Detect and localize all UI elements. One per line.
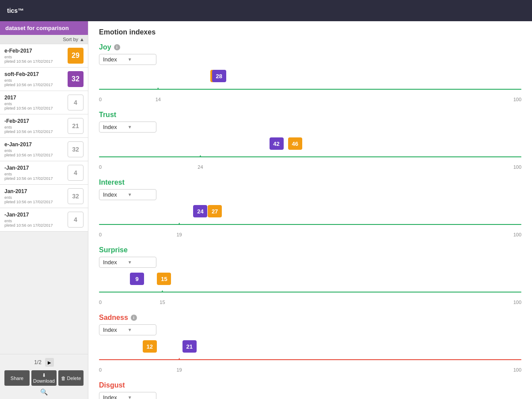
sidebar-item-name: soft-Feb-2017: [4, 71, 68, 77]
index-dropdown[interactable]: Index ▼: [99, 257, 156, 268]
pagination-next[interactable]: ▶: [45, 358, 54, 367]
sidebar-item[interactable]: -Jan-2017 entspleted 10:56 on 17/02/2017…: [0, 208, 88, 232]
sidebar-item-info: 2017 entspleted 10:56 on 17/02/2017: [4, 95, 68, 110]
index-dropdown[interactable]: Index ▼: [99, 392, 156, 399]
sidebar-item[interactable]: Jan-2017 entspleted 10:56 on 17/02/2017 …: [0, 185, 88, 208]
emotion-sadness: Sadness i Index ▼ 12 21 ▲ 0 19 1: [99, 314, 521, 372]
scale-labels: 0 14 100: [99, 97, 521, 102]
badges-row: 24 27: [99, 204, 521, 219]
dropdown-label: Index: [103, 259, 117, 266]
index-dropdown[interactable]: Index ▼: [99, 189, 156, 200]
scale-marker: ▲: [160, 289, 164, 293]
emotion-name: Surprise: [99, 246, 128, 254]
emotion-name: Joy: [99, 43, 111, 51]
chart-area: 42 46 ▲ 0 24 100: [99, 136, 521, 170]
sidebar-item[interactable]: 2017 entspleted 10:56 on 17/02/2017 4: [0, 91, 88, 114]
chevron-down-icon: ▼: [128, 57, 132, 62]
sidebar-item-sub: entspleted 10:56 on 17/02/2017: [4, 148, 68, 157]
sidebar-item-badge: 29: [68, 48, 84, 64]
sidebar-item-sub: entspleted 10:56 on 17/02/2017: [4, 102, 68, 110]
sidebar-item-info: Jan-2017 entspleted 10:56 on 17/02/2017: [4, 188, 68, 204]
emotion-label: Interest: [99, 179, 521, 186]
scale-marker: ▲: [156, 86, 160, 91]
chart-area: 28 28 ▲ 0 14 100: [99, 68, 521, 102]
val-badge-right: 15: [157, 273, 171, 285]
chevron-down-icon: ▼: [128, 395, 132, 399]
scale-max: 100: [513, 97, 521, 102]
scale-min: 0: [99, 97, 102, 102]
badges-row: 12 21: [99, 339, 521, 354]
sidebar-item-badge: 4: [68, 165, 84, 181]
sidebar-item-badge: 32: [68, 188, 84, 204]
scale-min: 0: [99, 164, 102, 170]
dropdown-row: Index ▼: [99, 257, 521, 268]
sidebar-item-badge: 4: [68, 212, 84, 228]
scale-max: 100: [513, 164, 521, 170]
sidebar-item-badge: 32: [68, 141, 84, 157]
chevron-down-icon: ▼: [128, 260, 132, 265]
sidebar-item[interactable]: -Jan-2017 entspleted 10:56 on 17/02/2017…: [0, 161, 88, 185]
emotion-disgust: Disgust Index ▼ 18 21 ▲ 0 32 10: [99, 381, 521, 399]
emotion-name: Disgust: [99, 381, 125, 389]
emotion-label: Surprise: [99, 246, 521, 254]
sidebar-item-name: -Jan-2017: [4, 165, 68, 171]
sidebar-footer: 1/2 ▶ Share ⬇ Download 🗑 Delete 🔍: [0, 354, 88, 399]
chart-area: 24 27 ▲ 0 19 100: [99, 204, 521, 237]
scale-labels: 0 24 100: [99, 164, 521, 170]
emotion-name: Trust: [99, 111, 116, 119]
dropdown-label: Index: [103, 56, 117, 63]
scale-marker-val: 14: [156, 97, 161, 102]
scale-container: ▲: [99, 288, 521, 299]
sidebar-item[interactable]: e-Feb-2017 entspleted 10:56 on 17/02/201…: [0, 44, 88, 68]
emotion-label: Joy i: [99, 43, 521, 51]
emotion-label: Trust: [99, 111, 521, 119]
sidebar-item-info: e-Jan-2017 entspleted 10:56 on 17/02/201…: [4, 141, 68, 157]
scale-container: ▲: [99, 220, 521, 231]
share-button[interactable]: Share: [4, 370, 30, 386]
triangle-icon: ▲: [156, 86, 160, 91]
top-bar: tics™: [0, 0, 532, 21]
search-icon[interactable]: 🔍: [40, 388, 48, 395]
dropdown-label: Index: [103, 191, 117, 198]
val-badge-right: 21: [182, 340, 197, 353]
sidebar-item[interactable]: soft-Feb-2017 entspleted 10:56 on 17/02/…: [0, 68, 88, 91]
scale-max: 100: [513, 300, 521, 305]
val-badge-left: 24: [193, 205, 207, 217]
sidebar-item-sub: entspleted 10:56 on 17/02/2017: [4, 219, 68, 228]
scale-marker-val: 15: [160, 300, 165, 305]
chevron-down-icon: ▼: [128, 327, 132, 332]
dropdown-row: Index ▼: [99, 122, 521, 133]
index-dropdown[interactable]: Index ▼: [99, 324, 156, 335]
index-dropdown[interactable]: Index ▼: [99, 54, 156, 65]
chart-area: 9 15 ▲ 0 15 100: [99, 271, 521, 305]
download-button[interactable]: ⬇ Download: [31, 370, 57, 386]
emotion-label: Disgust: [99, 381, 521, 389]
val-badge-right: 27: [208, 205, 222, 217]
info-icon: i: [131, 315, 137, 321]
dropdown-row: Index ▼: [99, 54, 521, 65]
delete-button[interactable]: 🗑 Delete: [58, 370, 84, 386]
emotions-container: Joy i Index ▼ 28 28 ▲ 0 14 100: [99, 43, 521, 399]
index-dropdown[interactable]: Index ▼: [99, 122, 156, 133]
scale-marker-val: 24: [198, 164, 203, 170]
info-icon: i: [114, 44, 120, 50]
scale-marker-val: 19: [177, 232, 182, 237]
emotion-label: Sadness i: [99, 314, 521, 322]
chevron-down-icon: ▼: [128, 192, 132, 197]
val-badge-right: 28: [212, 70, 226, 82]
scale-line: [99, 224, 521, 225]
sidebar-item[interactable]: -Feb-2017 entspleted 10:56 on 17/02/2017…: [0, 114, 88, 138]
sidebar-item-badge: 32: [68, 71, 84, 87]
main-layout: dataset for comparison Sort by ▲ e-Feb-2…: [0, 21, 532, 399]
badges-row: 28 28: [99, 68, 521, 84]
triangle-icon: ▲: [160, 289, 164, 293]
scale-line: [99, 89, 521, 90]
sidebar-item[interactable]: e-Jan-2017 entspleted 10:56 on 17/02/201…: [0, 138, 88, 161]
sidebar-item-sub: entspleted 10:56 on 17/02/2017: [4, 195, 68, 204]
badges-row: 42 46: [99, 136, 521, 151]
sidebar-item-name: e-Feb-2017: [4, 48, 68, 54]
sidebar-item-info: -Feb-2017 entspleted 10:56 on 17/02/2017: [4, 118, 68, 134]
triangle-icon: ▲: [177, 357, 181, 361]
app-title: tics™: [7, 7, 24, 14]
dropdown-label: Index: [103, 327, 117, 333]
